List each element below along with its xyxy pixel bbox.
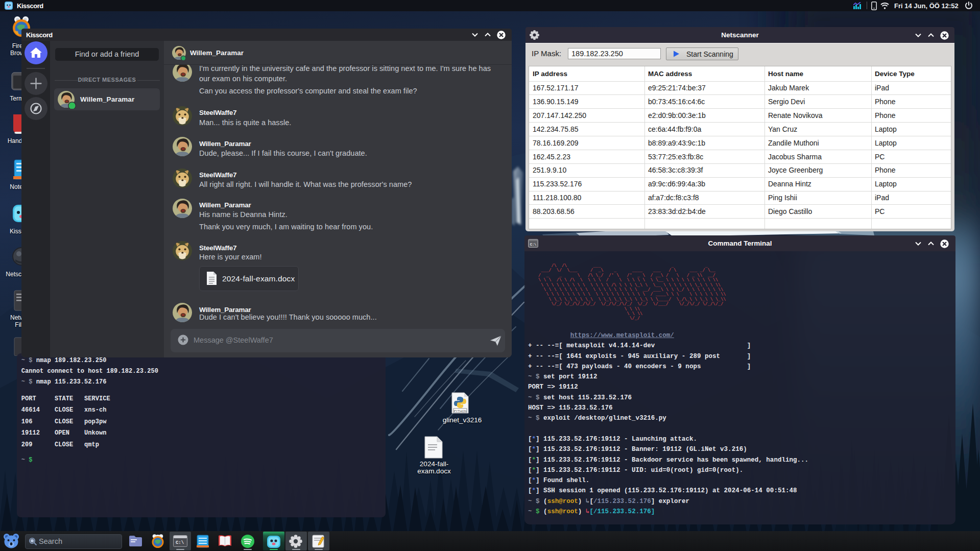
svg-text:C:\: C:\ [176, 540, 184, 545]
svg-text:C:\: C:\ [530, 243, 537, 247]
svg-text:PYTHON: PYTHON [453, 410, 466, 413]
